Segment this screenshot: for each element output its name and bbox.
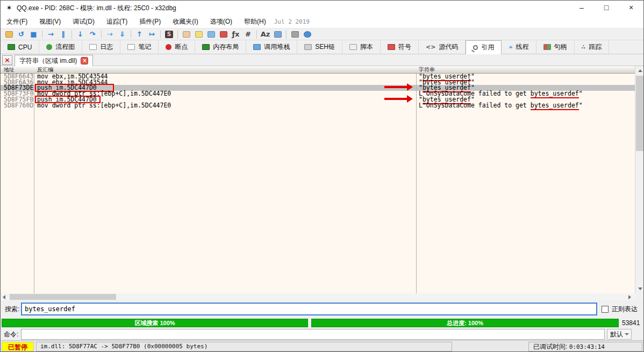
string-text: " xyxy=(579,102,583,109)
stop-debug-icon[interactable]: ■ xyxy=(27,29,40,40)
vertical-scroll-thumb[interactable] xyxy=(636,76,644,151)
tab-references[interactable]: 引用 xyxy=(466,40,502,54)
labels-icon[interactable] xyxy=(205,29,217,40)
tab-source[interactable]: <>源代码 xyxy=(419,40,466,54)
column-divider[interactable] xyxy=(34,66,34,293)
bookmarks-icon xyxy=(220,31,227,38)
scroll-up-arrow-icon[interactable] xyxy=(638,69,642,72)
regex-checkbox[interactable] xyxy=(602,306,609,313)
tab-threads[interactable]: »线程 xyxy=(502,40,536,54)
functions-icon: ƒx xyxy=(232,31,239,38)
comments-icon xyxy=(195,31,203,38)
run-icon[interactable]: → xyxy=(45,29,57,40)
step-into-icon[interactable]: ↓ xyxy=(74,29,87,40)
pause-icon: ‖ xyxy=(61,31,65,38)
tab-graph[interactable]: 流程图 xyxy=(39,40,82,54)
tab-symbols[interactable]: 符号 xyxy=(381,40,419,54)
menu-item[interactable]: 收藏夹(I) xyxy=(167,16,204,28)
column-header-disassembly[interactable]: 反汇编 xyxy=(37,66,53,73)
tab-seh[interactable]: SEH链 xyxy=(297,40,342,54)
bookmarks-icon[interactable] xyxy=(217,29,230,40)
minimize-button[interactable]: – xyxy=(569,1,594,16)
menu-item[interactable]: 调试(D) xyxy=(67,16,101,28)
tab-log[interactable]: 日志 xyxy=(82,40,120,54)
search-input[interactable] xyxy=(21,303,597,315)
search-row: 搜索: 正则表达式 xyxy=(1,300,643,318)
execute-till-return-icon[interactable]: ↑ xyxy=(133,29,146,40)
tab-source-icon: <> xyxy=(426,44,435,50)
functions-icon[interactable]: ƒx xyxy=(230,29,242,40)
close-button[interactable]: × xyxy=(619,1,643,16)
debug-time-value: 0:03:43:14 xyxy=(569,343,605,350)
calculator-icon[interactable] xyxy=(289,29,301,40)
tab-script[interactable]: 脚本 xyxy=(342,40,381,54)
ascii-table-icon[interactable]: Az xyxy=(259,29,271,40)
stop-debug-icon: ■ xyxy=(30,31,37,38)
menu-item[interactable]: 视图(V) xyxy=(33,16,67,28)
scroll-down-arrow-icon[interactable] xyxy=(638,288,642,290)
menu-item[interactable]: 插件(P) xyxy=(133,16,167,28)
toolbar-separator xyxy=(286,30,287,39)
search-label: 搜索: xyxy=(5,300,19,318)
run-to-cursor-icon: ⇢ xyxy=(107,31,113,38)
column-header-string[interactable]: 字符串 xyxy=(419,66,435,73)
notepad-icon[interactable] xyxy=(271,29,284,40)
column-divider[interactable] xyxy=(416,66,417,293)
menu-item[interactable]: 追踪(T) xyxy=(101,16,133,28)
seh-chain-icon[interactable]: S xyxy=(163,29,175,40)
table-row[interactable]: 5D8F760Dmov dword ptr ss:[ebp+C],im.5DC4… xyxy=(1,103,635,109)
subtab-close-icon[interactable]: × xyxy=(81,57,88,64)
tab-threads-icon: » xyxy=(509,44,512,50)
strings-subtab[interactable]: 字符串（区域 im.dll) × xyxy=(15,55,93,66)
menu-item[interactable]: 文件(F) xyxy=(1,16,33,28)
vertical-scrollbar[interactable] xyxy=(635,66,644,293)
tab-graph-icon xyxy=(46,44,52,50)
patches-icon xyxy=(183,31,190,38)
run-to-user-code-icon[interactable]: ↦ xyxy=(146,29,158,40)
scroll-right-arrow[interactable] xyxy=(626,293,633,300)
tab-trace[interactable]: ∴跟踪 xyxy=(575,40,610,54)
tab-cpu[interactable]: CPU xyxy=(1,40,39,54)
title-bar[interactable]: ✶ QQ.exe - PID: 268C - 模块: im.dll - 线程: … xyxy=(1,1,643,16)
patches-icon[interactable] xyxy=(180,29,192,40)
menu-item[interactable]: 选项(O) xyxy=(204,16,238,28)
horizontal-scrollbar[interactable] xyxy=(1,293,635,300)
maximize-button[interactable]: □ xyxy=(594,1,619,16)
command-row: 命令: 默认 xyxy=(1,328,643,340)
status-debug-time: 已调试时间: 0:03:43:14 xyxy=(528,342,642,351)
comments-icon[interactable] xyxy=(192,29,205,40)
strings-reference-table[interactable]: 地址 反汇编 字符串 5D8F6643mov ebx,im.5DC43544"b… xyxy=(1,66,635,293)
red-arrow-annotation xyxy=(384,86,407,88)
disassembly-cell: mov dword ptr ss:[ebp+C],im.5DC447E0 xyxy=(37,103,171,109)
horizontal-scroll-thumb[interactable] xyxy=(10,294,116,300)
region-search-progressbar: 区域搜索 100% xyxy=(2,319,308,327)
tab-memory-map[interactable]: 内存布局 xyxy=(195,40,246,54)
step-over-icon[interactable]: ↷ xyxy=(87,29,99,40)
command-input[interactable] xyxy=(21,329,605,340)
tab-call-stack[interactable]: 调用堆栈 xyxy=(246,40,297,54)
tab-log-icon xyxy=(89,44,97,50)
tab-seh-label: SEH链 xyxy=(315,42,335,52)
close-all-tabs-button[interactable]: × xyxy=(2,55,12,65)
menu-item[interactable]: 帮助(H) xyxy=(238,16,272,28)
chevron-down-icon xyxy=(625,333,629,335)
tab-trace-icon: ∴ xyxy=(582,44,586,50)
hash-icon[interactable]: # xyxy=(242,29,254,40)
tab-script-icon xyxy=(349,44,357,50)
tab-notes-label: 笔记 xyxy=(138,42,151,52)
step-out-icon[interactable]: ⇓ xyxy=(116,29,128,40)
tab-handles[interactable]: 句柄 xyxy=(536,40,575,54)
tab-notes[interactable]: 笔记 xyxy=(120,40,159,54)
tab-breakpoints[interactable]: 断点 xyxy=(159,40,195,54)
string-cell: L"OnSysDataCome failed to get bytes_user… xyxy=(419,103,583,109)
open-file-icon[interactable] xyxy=(3,29,15,40)
run-to-cursor-icon[interactable]: ⇢ xyxy=(104,29,116,40)
internet-icon[interactable] xyxy=(301,29,313,40)
pause-icon[interactable]: ‖ xyxy=(57,29,69,40)
column-header-address[interactable]: 地址 xyxy=(4,66,15,73)
command-profile-dropdown[interactable]: 默认 xyxy=(607,329,632,340)
toolbar-separator xyxy=(256,30,257,39)
restart-icon[interactable]: ↺ xyxy=(15,29,27,40)
tab-symbols-icon xyxy=(388,44,395,50)
scroll-left-arrow[interactable] xyxy=(1,293,8,300)
